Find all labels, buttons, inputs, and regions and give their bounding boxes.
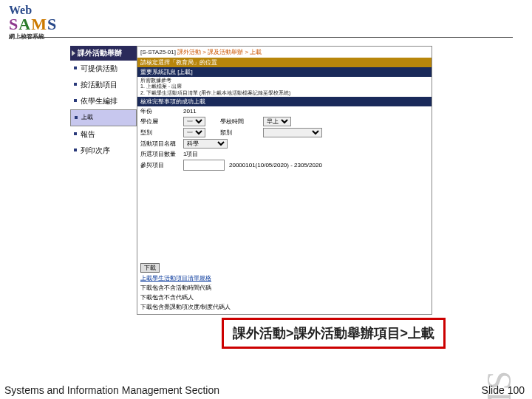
sidebar-item-0[interactable]: 可提供活動 [70,61,137,77]
level-label: 學位層 [140,117,183,126]
count-value: 1項目 [183,150,198,158]
sidebar-header[interactable]: 課外活動舉辦 [70,46,137,61]
logo-sams: SAMS [9,16,57,33]
level-select[interactable]: 一 [183,117,205,126]
date-range: 20000101(10/05/2020) - 2305/2020 [229,162,322,168]
callout-box: 課外活動>課外活動舉辦項目>上載 [222,318,446,349]
warning-banner: 請核定選擇「教育局」的位置 [137,58,432,67]
sidebar-item-report[interactable]: 報告 [70,126,137,143]
term-label: 學校時間 [220,117,263,126]
act-label: 參與項目 [140,161,183,169]
sidebar: 課外活動舉辦 可提供活動 按活動項目 依學生編排 上載 報告 列印次序 [70,46,137,159]
term-select[interactable]: 早上 [263,117,291,126]
section-header-1: 重要系統訊息 [上載] [137,67,432,77]
cat-label: 類別 [220,129,263,137]
footer-left: Systems and Information Management Secti… [4,384,219,396]
item-select[interactable]: 科學 [183,139,228,149]
dl-option-2: 下載包含不含代碼人 [140,293,231,301]
cat-select[interactable] [263,128,322,137]
dl-option-1: 下載包含不含活動時間代碼 [140,284,231,292]
download-button[interactable]: 下載 [140,263,160,273]
sidebar-item-upload[interactable]: 上載 [70,109,137,126]
section-header-2: 核准完整事項的成功上載 [137,97,432,106]
sidebar-item-2[interactable]: 依學生編排 [70,93,137,109]
help-text: 所需數據參考 1. 上載檔案 - 出席 2. 下載學生活動項目清單 (用作上載本… [137,77,432,97]
spec-link[interactable]: 上載學生活動項目清單規格 [140,274,231,282]
footer-right: Slide 100 [482,384,525,396]
app-logo: Web SAMS 網上校管系統 [9,4,57,40]
sidebar-item-print[interactable]: 列印次序 [70,143,137,159]
sidebar-item-1[interactable]: 按活動項目 [70,77,137,93]
breadcrumb: [S-STA25-01] 課外活動 > 課及活動舉辦 > 上載 [137,47,432,58]
main-panel: [S-STA25-01] 課外活動 > 課及活動舉辦 > 上載 請核定選擇「教育… [137,46,432,315]
type-label: 型別 [140,129,183,137]
count-label: 所選項目數量 [140,150,183,158]
year-value: 2011 [183,108,197,115]
act-input[interactable] [183,160,225,171]
year-label: 年份 [140,107,183,115]
type-select[interactable]: 一 [183,128,205,137]
item-label: 活動項目名稱 [140,140,183,148]
panel-bottom: 下載 上載學生活動項目清單規格 下載包含不含活動時間代碼 下載包含不含代碼人 下… [140,263,231,311]
divider [19,37,513,38]
dl-option-3: 下載包含覺課動項次度/制度代碼人 [140,303,231,311]
